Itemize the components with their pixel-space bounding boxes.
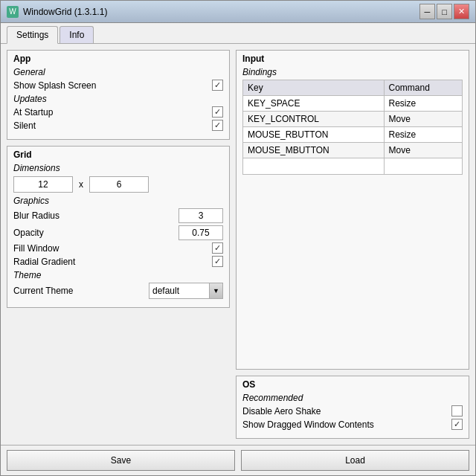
silent-row: Silent: [13, 120, 223, 131]
disable-aero-checkbox[interactable]: [451, 405, 463, 416]
command-cell: Resize: [384, 127, 463, 143]
main-window: W WindowGrid (1.3.1.1) ─ □ ✕ Settings In…: [0, 0, 476, 476]
theme-subtitle: Theme: [13, 270, 223, 280]
dimensions-subtitle: Dimensions: [13, 163, 223, 173]
table-row: KEY_SPACE Resize: [243, 96, 463, 112]
show-dragged-label: Show Dragged Window Contents: [242, 419, 374, 430]
at-startup-label: At Startup: [13, 107, 53, 118]
minimize-button[interactable]: ─: [419, 4, 435, 19]
theme-dropdown[interactable]: default ▼: [149, 283, 223, 299]
os-group: OS Recommended Disable Aero Shake Show D…: [236, 376, 469, 439]
tab-info[interactable]: Info: [60, 26, 94, 43]
grid-group-title: Grid: [13, 149, 223, 160]
recommended-subtitle: Recommended: [242, 393, 463, 403]
app-icon: W: [7, 6, 19, 18]
table-row: KEY_LCONTROL Move: [243, 112, 463, 127]
radial-gradient-label: Radial Gradient: [13, 257, 75, 267]
tab-bar: Settings Info: [1, 23, 475, 44]
disable-aero-row: Disable Aero Shake: [242, 405, 463, 416]
opacity-input[interactable]: 0.75: [178, 225, 223, 240]
input-group-title: Input: [242, 54, 463, 64]
silent-checkbox[interactable]: [212, 120, 223, 131]
command-cell: Move: [384, 143, 463, 158]
maximize-button[interactable]: □: [437, 4, 452, 19]
left-panel: App General Show Splash Screen Updates A…: [7, 50, 230, 439]
dim-x-input[interactable]: 12: [13, 176, 73, 193]
dimensions-row: 12 x 6: [13, 176, 223, 193]
main-panels: App General Show Splash Screen Updates A…: [7, 50, 469, 439]
dropdown-arrow-icon: ▼: [209, 283, 222, 298]
opacity-row: Opacity 0.75: [13, 225, 223, 240]
table-row: MOUSE_RBUTTON Resize: [243, 127, 463, 143]
radial-gradient-checkbox[interactable]: [212, 256, 223, 267]
graphics-subtitle: Graphics: [13, 196, 223, 206]
bindings-subtitle: Bindings: [242, 67, 463, 77]
table-row-empty: [243, 158, 463, 175]
general-subtitle: General: [13, 67, 223, 77]
key-cell: KEY_SPACE: [243, 96, 385, 112]
command-cell: Resize: [384, 96, 463, 112]
fill-window-row: Fill Window: [13, 242, 223, 254]
app-group-title: App: [13, 54, 223, 64]
show-dragged-checkbox[interactable]: [451, 419, 463, 430]
show-dragged-row: Show Dragged Window Contents: [242, 419, 463, 430]
radial-gradient-row: Radial Gradient: [13, 256, 223, 267]
disable-aero-label: Disable Aero Shake: [242, 406, 321, 416]
title-bar: W WindowGrid (1.3.1.1) ─ □ ✕: [1, 1, 475, 23]
bindings-table: Key Command KEY_SPACE Resize KEY_LCONTRO…: [242, 80, 463, 175]
title-buttons: ─ □ ✕: [419, 4, 469, 19]
at-startup-row: At Startup: [13, 106, 223, 118]
right-panel: Input Bindings Key Command KEY_SPACE: [236, 50, 469, 439]
at-startup-checkbox[interactable]: [212, 106, 223, 118]
updates-subtitle: Updates: [13, 94, 223, 104]
key-cell: KEY_LCONTROL: [243, 112, 385, 127]
dim-separator: x: [79, 179, 83, 190]
table-row: MOUSE_MBUTTON Move: [243, 143, 463, 158]
current-theme-row: Current Theme default ▼: [13, 283, 223, 299]
key-cell: MOUSE_MBUTTON: [243, 143, 385, 158]
footer: Save Load: [1, 445, 475, 475]
show-splash-row: Show Splash Screen: [13, 80, 223, 91]
fill-window-checkbox[interactable]: [212, 242, 223, 254]
blur-radius-label: Blur Radius: [13, 210, 60, 221]
key-cell: MOUSE_RBUTTON: [243, 127, 385, 143]
blur-radius-input[interactable]: 3: [178, 208, 223, 223]
show-splash-checkbox[interactable]: [212, 80, 223, 91]
theme-dropdown-value: default: [149, 286, 209, 296]
input-group: Input Bindings Key Command KEY_SPACE: [236, 50, 469, 370]
blur-radius-row: Blur Radius 3: [13, 208, 223, 223]
title-bar-left: W WindowGrid (1.3.1.1): [7, 6, 107, 18]
app-group: App General Show Splash Screen Updates A…: [7, 50, 230, 140]
save-button[interactable]: Save: [7, 450, 235, 471]
current-theme-label: Current Theme: [13, 286, 73, 296]
tab-settings[interactable]: Settings: [7, 26, 58, 44]
command-cell-empty: [384, 158, 463, 175]
window-title: WindowGrid (1.3.1.1): [23, 7, 107, 17]
content-area: App General Show Splash Screen Updates A…: [1, 44, 475, 445]
fill-window-label: Fill Window: [13, 243, 59, 254]
close-button[interactable]: ✕: [454, 4, 469, 19]
grid-group: Grid Dimensions 12 x 6 Graphics Blur Rad…: [7, 146, 230, 308]
dim-y-input[interactable]: 6: [89, 176, 149, 193]
os-group-title: OS: [242, 379, 463, 390]
key-cell-empty: [243, 158, 385, 175]
load-button[interactable]: Load: [241, 450, 469, 471]
command-cell: Move: [384, 112, 463, 127]
command-column-header: Command: [384, 80, 463, 96]
opacity-label: Opacity: [13, 228, 44, 238]
show-splash-label: Show Splash Screen: [13, 80, 96, 91]
key-column-header: Key: [243, 80, 385, 96]
silent-label: Silent: [13, 120, 36, 131]
